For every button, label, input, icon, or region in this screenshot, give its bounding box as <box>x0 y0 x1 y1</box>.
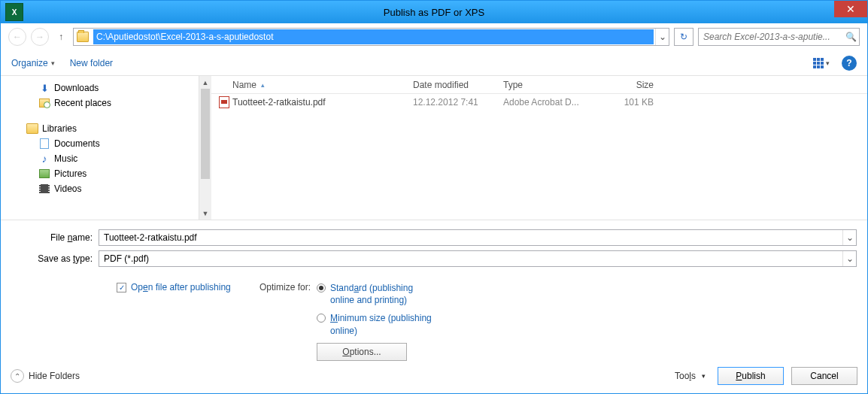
cancel-label: Cancel <box>810 371 838 381</box>
window-title: Publish as PDF or XPS <box>1 7 867 18</box>
tools-menu[interactable]: Tools ▾ <box>670 371 710 381</box>
grid-view-icon <box>813 58 824 68</box>
publish-options: Open file after publishing Optimize for:… <box>1 271 867 361</box>
optimize-standard-radio[interactable] <box>317 283 326 292</box>
folder-icon <box>77 32 89 42</box>
up-button[interactable]: ↑ <box>53 29 68 44</box>
documents-icon <box>38 138 50 150</box>
arrow-left-icon: ← <box>13 32 22 42</box>
optimize-minimum-radio[interactable] <box>317 314 326 323</box>
search-box[interactable]: 🔍 <box>698 28 860 46</box>
open-after-checkbox-row[interactable]: Open file after publishing <box>117 282 259 292</box>
new-folder-label: New folder <box>70 58 113 68</box>
cancel-button[interactable]: Cancel <box>791 367 857 385</box>
optimize-standard-row[interactable]: Standard (publishing online and printing… <box>317 282 436 306</box>
optimize-standard-label: Standard (publishing online and printing… <box>330 282 436 306</box>
chevron-down-icon: ⌄ <box>846 232 854 243</box>
sidebar-item-pictures[interactable]: Pictures <box>8 166 211 181</box>
publish-button[interactable]: Publish <box>718 367 784 385</box>
chevron-down-icon: ⌄ <box>659 32 666 42</box>
optimize-minimum-row[interactable]: Minimum size (publishing online) <box>317 312 436 336</box>
open-after-checkbox[interactable] <box>117 283 126 292</box>
column-label: Name <box>232 80 256 90</box>
column-header-date[interactable]: Date modified <box>413 80 503 90</box>
pictures-icon <box>38 168 50 180</box>
open-after-label: Open file after publishing <box>131 282 231 292</box>
sidebar-scrollbar[interactable]: ▲ ▼ <box>199 76 211 220</box>
sort-ascending-icon: ▴ <box>261 81 265 89</box>
sidebar-item-libraries[interactable]: Libraries <box>8 121 211 136</box>
optimize-for-label: Optimize for: <box>259 282 311 292</box>
column-header-name[interactable]: Name ▴ <box>232 80 413 90</box>
hide-folders-button[interactable]: ⌃ Hide Folders <box>11 369 80 383</box>
save-fields: File name: ⌄ Save as type: ⌄ <box>1 220 867 267</box>
options-btn-label-ul: O <box>342 347 349 357</box>
file-list-header: Name ▴ Date modified Type Size <box>211 76 867 94</box>
sidebar-label: Libraries <box>42 123 77 134</box>
address-path[interactable]: C:\Aputiedostot\Excel-2013-a-s-aputiedos… <box>93 29 654 44</box>
refresh-button[interactable]: ↻ <box>674 28 693 46</box>
music-icon: ♪ <box>38 153 50 165</box>
sidebar-label: Recent places <box>54 98 111 108</box>
tools-label: Tools <box>675 371 696 381</box>
sidebar-item-documents[interactable]: Documents <box>8 136 211 151</box>
pdf-file-icon <box>216 96 232 108</box>
content-area: ⬇ Downloads Recent places Libraries Docu… <box>1 76 867 220</box>
filename-combobox[interactable]: ⌄ <box>99 229 857 246</box>
chevron-up-icon: ⌃ <box>11 369 24 383</box>
close-icon: ✕ <box>846 3 855 15</box>
savetype-label: Save as type: <box>11 253 99 264</box>
chevron-down-icon: ▾ <box>702 372 706 380</box>
scroll-thumb[interactable] <box>201 89 210 179</box>
search-input[interactable] <box>699 32 842 42</box>
filename-dropdown[interactable]: ⌄ <box>842 230 856 245</box>
sidebar-label: Pictures <box>54 168 86 179</box>
forward-button[interactable]: → <box>31 28 49 46</box>
file-type: Adobe Acrobat D... <box>503 97 593 108</box>
address-toolbar: ← → ↑ C:\Aputiedostot\Excel-2013-a-s-apu… <box>1 23 867 50</box>
options-btn-label: ptions... <box>350 347 381 357</box>
hide-folders-label: Hide Folders <box>29 371 80 381</box>
arrow-right-icon: → <box>35 32 44 42</box>
column-header-size[interactable]: Size <box>593 80 669 90</box>
back-button[interactable]: ← <box>8 28 26 46</box>
help-icon: ? <box>846 58 851 68</box>
recent-places-icon <box>38 97 50 109</box>
organize-menu[interactable]: Organize ▾ <box>11 58 55 68</box>
help-button[interactable]: ? <box>842 56 857 71</box>
optimize-minimum-label: Minimum size (publishing online) <box>330 312 436 336</box>
view-mode-button[interactable]: ▾ <box>807 55 836 71</box>
column-header-type[interactable]: Type <box>503 80 593 90</box>
titlebar: X Publish as PDF or XPS ✕ <box>1 1 867 23</box>
command-toolbar: Organize ▾ New folder ▾ ? <box>1 50 867 76</box>
savetype-value[interactable] <box>99 253 842 264</box>
chevron-down-icon: ▾ <box>826 59 830 67</box>
sidebar-label: Downloads <box>54 83 99 93</box>
sidebar-item-recent[interactable]: Recent places <box>8 95 211 111</box>
scroll-up-arrow[interactable]: ▲ <box>199 76 211 89</box>
close-button[interactable]: ✕ <box>834 1 867 17</box>
savetype-dropdown[interactable]: ⌄ <box>842 251 856 266</box>
savetype-combobox[interactable]: ⌄ <box>99 250 857 267</box>
sidebar-label: Documents <box>54 138 100 149</box>
address-bar[interactable]: C:\Aputiedostot\Excel-2013-a-s-aputiedos… <box>73 28 669 46</box>
organize-label: Organize <box>11 58 48 68</box>
videos-icon <box>38 183 50 195</box>
scroll-down-arrow[interactable]: ▼ <box>199 207 211 220</box>
sidebar-item-music[interactable]: ♪ Music <box>8 151 211 166</box>
search-icon: 🔍 <box>842 32 859 42</box>
chevron-down-icon: ▾ <box>51 59 55 67</box>
sidebar-item-downloads[interactable]: ⬇ Downloads <box>8 80 211 95</box>
address-dropdown[interactable]: ⌄ <box>655 29 669 45</box>
refresh-icon: ↻ <box>680 32 687 42</box>
file-row[interactable]: Tuotteet-2-ratkaistu.pdf 12.12.2012 7:41… <box>211 94 867 111</box>
new-folder-button[interactable]: New folder <box>70 58 113 68</box>
file-name: Tuotteet-2-ratkaistu.pdf <box>232 97 413 108</box>
filename-input[interactable] <box>99 232 842 243</box>
file-size: 101 KB <box>593 97 669 108</box>
dialog-footer: ⌃ Hide Folders Tools ▾ Publish Cancel <box>0 358 868 394</box>
downloads-icon: ⬇ <box>38 82 50 94</box>
sidebar-label: Music <box>54 153 77 164</box>
sidebar-item-videos[interactable]: Videos <box>8 181 211 196</box>
libraries-icon <box>26 123 38 135</box>
